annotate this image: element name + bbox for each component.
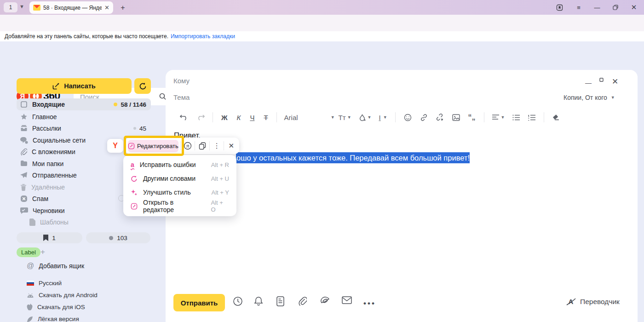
menu-item-shortcut: Alt + Y [212, 189, 229, 196]
import-bookmarks-link[interactable]: Импортировать закладки [171, 33, 235, 40]
folder-name: С вложениями [32, 148, 75, 155]
tab-title: 58 · Входящие — Яндек [43, 5, 102, 11]
ios-label: Скачать для iOS [37, 304, 85, 310]
menu-item-open-editor[interactable]: Открыть в редакторе Alt + O [123, 199, 236, 213]
font-family-value: Arial [284, 114, 298, 121]
to-field[interactable] [173, 77, 560, 85]
sidebar-folder-inbox[interactable]: Входящие 58 / 1146 [17, 98, 151, 110]
tab-close-icon[interactable]: ✕ [104, 4, 109, 11]
quote-icon[interactable]: “„ [464, 113, 480, 121]
bullet-list-icon[interactable] [508, 115, 524, 121]
browser-tab[interactable]: 58 · Входящие — Яндек ✕ [29, 1, 113, 14]
folder-name: Спам [32, 195, 48, 202]
postcard-icon[interactable] [342, 296, 352, 304]
subject-field[interactable] [173, 93, 560, 101]
russian-flag-icon [27, 281, 34, 286]
bookmark-flag-icon [43, 235, 48, 241]
language-switcher[interactable]: Русский [27, 280, 62, 287]
highlight-color-button[interactable]: ▼ [355, 114, 375, 121]
unlink-icon[interactable] [432, 114, 448, 121]
minimize-window-icon[interactable]: — [592, 3, 603, 12]
insert-image-icon[interactable] [448, 114, 464, 121]
font-size-select[interactable]: Tт▼ [335, 114, 355, 121]
collapse-compose-icon[interactable]: — [585, 79, 592, 86]
sidebar-folder-main[interactable]: Главное [17, 111, 151, 123]
add-mailbox-item[interactable]: @ Добавить ящик [27, 262, 84, 270]
new-tab-button[interactable]: + [118, 3, 128, 13]
italic-button[interactable]: К [232, 114, 246, 121]
add-mailbox-label: Добавить ящик [39, 262, 84, 270]
sidebar-folder-templates[interactable]: Шаблоны [26, 216, 151, 228]
add-label-icon[interactable]: + [40, 247, 45, 257]
compose-button[interactable]: Написать [17, 78, 132, 94]
ai-more-icon[interactable]: ⋮ [212, 142, 222, 150]
schedule-send-icon[interactable] [233, 296, 243, 306]
side-panel-icon[interactable] [554, 3, 565, 12]
strikethrough-button[interactable]: Т [259, 114, 272, 121]
align-button[interactable]: ▼ [489, 115, 509, 120]
light-version-label: Лёгкая версия [38, 316, 79, 322]
ai-edit-button[interactable]: Редактировать [128, 140, 178, 152]
yandex-assistant-pill[interactable]: Y [107, 139, 123, 153]
attach-file-icon[interactable] [298, 296, 307, 306]
copy-icon[interactable] [197, 142, 207, 150]
at-icon: @ [27, 262, 34, 270]
numbered-list-icon[interactable] [524, 115, 540, 121]
selected-text[interactable]: ошо у остальных кажется тоже. Передавай … [236, 152, 470, 163]
close-compose-icon[interactable]: ✕ [612, 77, 618, 86]
redo-icon[interactable] [192, 114, 209, 121]
light-version-link[interactable]: Лёгкая версия [27, 316, 79, 322]
attach-from-disk-icon[interactable] [320, 296, 330, 305]
cc-from-toggle[interactable]: Копии, От кого ▼ [564, 94, 615, 101]
more-options-icon[interactable]: ••• [363, 299, 376, 308]
star-icon [20, 113, 28, 121]
browser-menu-icon[interactable]: ≡ [573, 3, 584, 12]
insert-link-icon[interactable] [416, 114, 432, 121]
menu-item-improve-style[interactable]: Улучшить стиль Alt + Y [123, 185, 236, 199]
mailings-icon [20, 125, 28, 132]
android-icon [27, 293, 34, 298]
sidebar-folder-mailings[interactable]: Рассылки 45 [17, 122, 151, 134]
undo-icon[interactable] [176, 114, 192, 121]
notify-bell-icon[interactable] [254, 296, 263, 306]
tab-group-button[interactable]: 1 [4, 2, 17, 12]
ai-close-icon[interactable]: ✕ [226, 142, 236, 150]
compose-button-label: Написать [64, 82, 96, 90]
bookmarked-filter-pill[interactable]: 1 [17, 232, 82, 243]
template-note-icon[interactable] [276, 296, 284, 306]
folder-name: Входящие [32, 101, 65, 108]
tab-list-chevron-icon[interactable]: ▼ [19, 4, 24, 9]
font-family-select[interactable]: Arial▼ [281, 114, 335, 121]
send-button[interactable]: Отправить [173, 294, 225, 311]
menu-item-shortcut: Alt + O [211, 199, 229, 213]
svg-text:A: A [569, 298, 574, 305]
download-ios-link[interactable]: Скачать для iOS [27, 304, 85, 310]
formatting-toolbar: Ж К Ч Т Arial▼ Tт▼ ▼ I▼ “„ [176, 112, 565, 122]
unread-filter-pill[interactable]: 103 [86, 232, 150, 243]
expand-compose-icon[interactable] [599, 78, 604, 82]
translator-toggle[interactable]: A Переводчик [566, 297, 620, 306]
menu-item-rephrase[interactable]: Другими словами Alt + U [123, 172, 236, 185]
menu-item-fix-errors[interactable]: a Исправить ошибки Alt + R [123, 158, 236, 172]
apple-icon [27, 304, 33, 310]
mail-favicon-icon [33, 5, 40, 11]
text-color-button[interactable]: I▼ [375, 114, 391, 121]
eraser-icon[interactable] [548, 114, 565, 121]
folder-name: Главное [32, 113, 57, 121]
browser-tab-bar: 1 ▼ 58 · Входящие — Яндек ✕ + ≡ — ✕ [0, 0, 644, 15]
download-android-link[interactable]: Скачать для Android [27, 292, 98, 299]
folder-name: Шаблоны [40, 218, 69, 226]
bookmark-pill-count: 1 [52, 235, 56, 242]
compose-pencil-icon [52, 82, 60, 90]
ai-edit-label: Редактировать [137, 143, 178, 150]
restore-window-icon[interactable] [610, 3, 621, 12]
underline-button[interactable]: Ч [245, 114, 259, 121]
bookmarks-bar: Добавляйте на эту панель сайты, которые … [0, 31, 644, 41]
yandex-search-circle-icon[interactable]: Я [183, 142, 193, 150]
folder-name: Социальные сети [33, 137, 86, 144]
label-chip[interactable]: Label [17, 247, 40, 257]
bold-button[interactable]: Ж [217, 114, 232, 121]
refresh-mail-button[interactable] [134, 78, 151, 94]
emoji-icon[interactable] [400, 114, 416, 121]
close-window-icon[interactable]: ✕ [628, 3, 639, 12]
